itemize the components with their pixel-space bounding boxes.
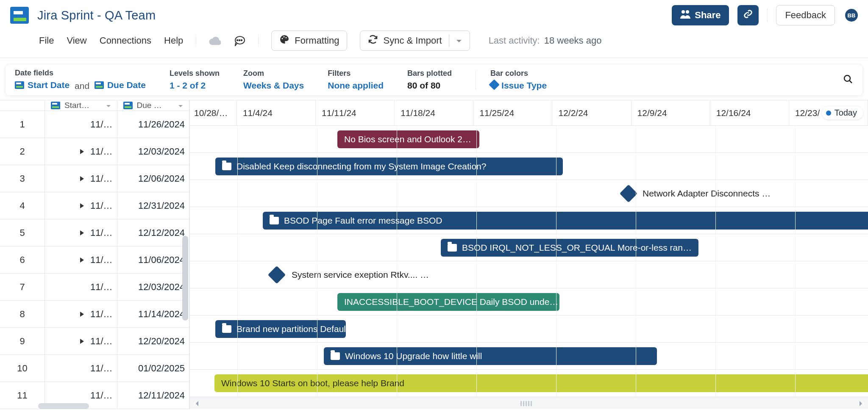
gantt-bar[interactable]: INACCESSIBLE_BOOT_DEVICE Daily BSOD unde… [337, 293, 559, 311]
due-date-text: 12/03/2024 [138, 282, 185, 293]
expand-icon[interactable] [80, 176, 84, 181]
control-zoom[interactable]: Zoom Weeks & Days [243, 69, 304, 91]
chevron-down-icon[interactable] [456, 35, 462, 46]
cell-due-date[interactable]: 11/26/2024 [117, 111, 190, 138]
timeline-date-header[interactable]: 11/18/24 [395, 100, 473, 125]
people-icon [680, 9, 690, 21]
table-row[interactable]: 611/…11/06/2024 [0, 246, 189, 274]
cell-due-date[interactable]: 11/14/2024 [117, 301, 190, 327]
timeline-date-header[interactable]: 10/28/… [190, 100, 237, 125]
copy-link-button[interactable] [737, 5, 759, 25]
table-row[interactable]: 911/…12/20/2024 [0, 328, 189, 355]
table-row[interactable]: 311/…12/06/2024 [0, 165, 189, 192]
expand-icon[interactable] [80, 312, 84, 317]
milestone-diamond[interactable] [268, 266, 286, 284]
cell-start-date[interactable]: 11/… [45, 138, 117, 165]
control-bar-colors[interactable]: Bar colors Issue Type [490, 69, 547, 91]
cell-due-date[interactable]: 01/02/2025 [117, 355, 190, 382]
share-button[interactable]: Share [672, 5, 729, 25]
table-row[interactable]: 711/…12/03/2024 [0, 274, 189, 301]
gantt-bar[interactable]: Windows 10 Starts on boot, please help B… [214, 374, 868, 392]
expand-icon[interactable] [80, 230, 84, 235]
sync-import-button[interactable]: Sync & Import [360, 30, 470, 51]
scroll-left-icon[interactable] [192, 398, 203, 409]
cell-start-date[interactable]: 11/… [45, 355, 117, 382]
timeline-date-header[interactable]: 11/11/24 [316, 100, 395, 125]
date-icon [123, 102, 133, 109]
gantt-bar[interactable]: No Bios screen and Outlook 2… [337, 130, 479, 148]
palette-icon [279, 34, 289, 47]
menu-help[interactable]: Help [164, 35, 183, 46]
feedback-button[interactable]: Feedback [776, 5, 835, 25]
table-row[interactable]: 1011/…01/02/2025 [0, 355, 189, 382]
gantt-bar[interactable]: BSOD Page Fault error message BSOD [263, 212, 868, 230]
control-levels[interactable]: Levels shown 1 - 2 of 2 [170, 69, 220, 91]
date-icon [51, 102, 60, 109]
gantt-bar[interactable]: Brand new partitions Default … [215, 320, 346, 338]
timeline-date-header[interactable]: 11/25/24 [473, 100, 552, 125]
cell-start-date[interactable]: 11/… [45, 274, 117, 300]
horizontal-scrollbar[interactable] [190, 397, 868, 409]
cell-due-date[interactable]: 12/03/2024 [117, 274, 190, 300]
expand-icon[interactable] [80, 149, 84, 154]
timeline-row: INACCESSIBLE_BOOT_DEVICE Daily BSOD unde… [190, 288, 868, 315]
timeline-row: No Bios screen and Outlook 2… [190, 126, 868, 153]
cell-start-date[interactable]: 11/… [45, 165, 117, 192]
cell-start-date[interactable]: 11/… [45, 192, 117, 219]
control-label: Date fields [15, 69, 146, 77]
column-header-start[interactable]: Start… [45, 100, 117, 111]
control-label: Levels shown [170, 69, 220, 78]
expand-icon[interactable] [80, 339, 84, 344]
avatar[interactable]: BB [845, 9, 858, 22]
table-row[interactable]: 211/…12/03/2024 [0, 138, 189, 165]
cell-due-date[interactable]: 11/06/2024 [117, 246, 190, 273]
control-date-fields[interactable]: Date fields Start Date and Due Date [15, 69, 146, 91]
chat-icon[interactable] [234, 35, 245, 47]
expand-icon[interactable] [80, 257, 84, 263]
expand-icon[interactable] [80, 203, 84, 208]
timeline-date-header[interactable]: 12/2/24 [552, 100, 631, 125]
cell-due-date[interactable]: 12/31/2024 [117, 192, 190, 219]
horizontal-scrollbar[interactable] [38, 403, 89, 409]
cell-start-date[interactable]: 11/… [45, 111, 117, 138]
search-icon[interactable] [843, 74, 853, 86]
formatting-button[interactable]: Formatting [271, 30, 347, 51]
table-row[interactable]: 411/…12/31/2024 [0, 192, 189, 219]
gantt-bar[interactable]: BSOD IRQL_NOT_LESS_OR_EQUAL More-or-less… [441, 239, 698, 257]
cloud-icon[interactable] [209, 35, 221, 47]
cell-start-date[interactable]: 11/… [45, 301, 117, 327]
cell-due-date[interactable]: 12/20/2024 [117, 328, 190, 354]
cell-due-date[interactable]: 12/03/2024 [117, 138, 190, 165]
table-row[interactable]: 111/…11/26/2024 [0, 111, 189, 138]
control-filters[interactable]: Filters None applied [328, 69, 384, 91]
table-row[interactable]: 511/…12/12/2024 [0, 219, 189, 246]
chevron-down-icon[interactable] [178, 101, 183, 110]
scroll-grip-icon[interactable] [520, 401, 537, 406]
menu-view[interactable]: View [67, 35, 86, 46]
column-header-due[interactable]: Due … [117, 100, 190, 111]
cell-start-date[interactable]: 11/… [45, 246, 117, 273]
cell-due-date[interactable]: 12/11/2024 [117, 382, 190, 409]
gantt-bar[interactable]: Windows 10 Upgrade how little will [324, 347, 657, 365]
timeline-date-header[interactable]: 11/4/24 [237, 100, 316, 125]
cell-start-date[interactable]: 11/… [45, 328, 117, 354]
cell-due-date[interactable]: 12/12/2024 [117, 219, 190, 246]
scroll-right-icon[interactable] [855, 398, 866, 409]
table-row[interactable]: 1111/…12/11/2024 [0, 382, 189, 409]
table-row[interactable]: 811/…11/14/2024 [0, 301, 189, 328]
svg-point-3 [239, 40, 240, 41]
timeline-date-header[interactable]: 12/16/24 [710, 100, 789, 125]
due-date-text: 11/14/2024 [138, 309, 185, 320]
menu-file[interactable]: File [39, 35, 54, 46]
gantt-bar[interactable]: Disabled Keep disconnecting from my Syst… [215, 158, 563, 175]
today-button[interactable]: Today [822, 106, 863, 119]
cell-due-date[interactable]: 12/06/2024 [117, 165, 190, 192]
milestone-diamond[interactable] [620, 185, 637, 202]
timeline-date-header[interactable]: 12/9/24 [632, 100, 710, 125]
cell-start-date[interactable]: 11/… [45, 219, 117, 246]
menu-connections[interactable]: Connections [100, 35, 151, 46]
chevron-down-icon[interactable] [106, 101, 111, 110]
gridline [556, 126, 556, 409]
feedback-label: Feedback [785, 10, 826, 21]
vertical-scrollbar[interactable] [182, 236, 188, 321]
